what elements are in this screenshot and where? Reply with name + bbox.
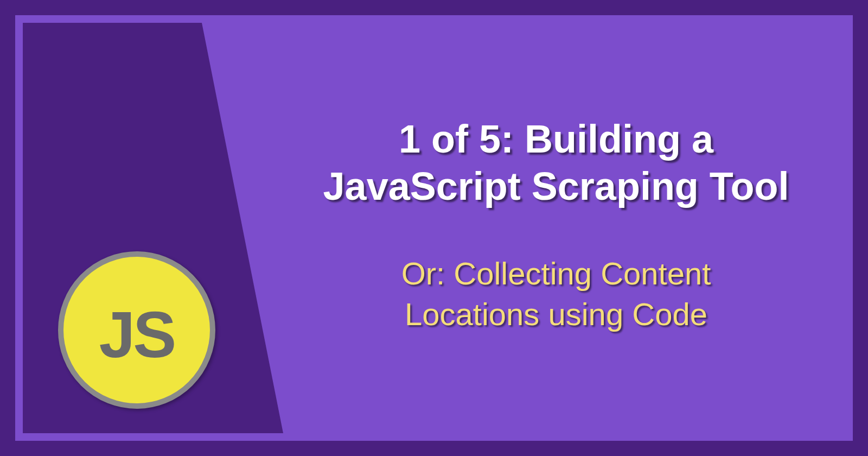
slide-frame: JS 1 of 5: Building a JavaScript Scrapin…: [0, 0, 868, 456]
title-line-1: 1 of 5: Building a: [399, 117, 713, 161]
slide-subtitle: Or: Collecting Content Locations using C…: [283, 253, 829, 335]
slide-inner: JS 1 of 5: Building a JavaScript Scrapin…: [15, 15, 853, 441]
slide-title: 1 of 5: Building a JavaScript Scraping T…: [283, 116, 829, 210]
title-line-2: JavaScript Scraping Tool: [323, 164, 789, 208]
js-badge-icon: JS: [58, 251, 215, 409]
subtitle-line-1: Or: Collecting Content: [401, 256, 711, 291]
subtitle-line-2: Locations using Code: [405, 296, 707, 332]
js-badge-text: JS: [99, 297, 175, 372]
content-area: 1 of 5: Building a JavaScript Scraping T…: [283, 23, 829, 433]
